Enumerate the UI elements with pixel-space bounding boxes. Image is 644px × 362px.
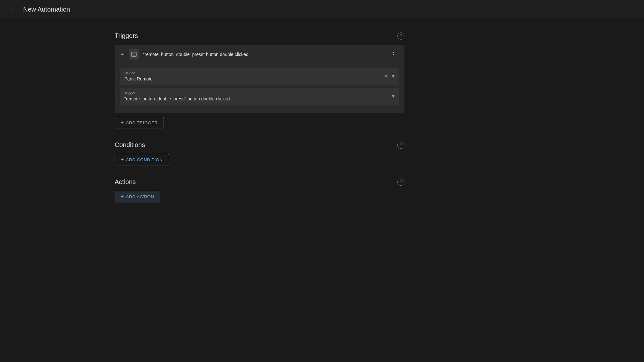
conditions-section: Conditions ? + ADD CONDITION [115, 141, 404, 165]
trigger-dropdown-arrow[interactable]: ▼ [391, 94, 395, 99]
device-field[interactable]: Device Panic Remote ✕ ▼ [120, 68, 399, 85]
triggers-section-header: Triggers ? [115, 32, 404, 40]
main-content: Triggers ? [115, 19, 404, 228]
add-action-label: ADD ACTION [126, 194, 154, 199]
actions-title: Actions [115, 178, 136, 186]
trigger-item-label: "remote_button_double_press" button doub… [143, 52, 388, 57]
triggers-title: Triggers [115, 32, 138, 40]
page-title: New Automation [23, 6, 70, 13]
conditions-title: Conditions [115, 141, 145, 149]
trigger-type-icon [129, 49, 139, 60]
device-field-controls: ✕ ▼ [384, 74, 395, 79]
conditions-help-icon[interactable]: ? [397, 142, 404, 149]
add-condition-plus-icon: + [121, 157, 124, 162]
triggers-help-icon[interactable]: ? [397, 32, 404, 40]
device-clear-button[interactable]: ✕ [384, 74, 388, 79]
svg-rect-0 [132, 52, 137, 56]
trigger-more-button[interactable]: ⋮ [388, 49, 399, 60]
trigger-field-label: Trigger [124, 91, 395, 95]
actions-section: Actions ? + ADD ACTION [115, 178, 404, 202]
trigger-card: "remote_button_double_press" button doub… [115, 45, 404, 113]
trigger-field[interactable]: Trigger "remote_button_double_press" but… [120, 88, 399, 105]
actions-help-icon[interactable]: ? [397, 179, 404, 186]
device-field-value: Panic Remote [124, 76, 395, 81]
trigger-field-value: "remote_button_double_press" button doub… [124, 96, 395, 101]
device-dropdown-arrow[interactable]: ▼ [391, 74, 395, 79]
collapse-icon[interactable] [120, 52, 125, 57]
add-condition-label: ADD CONDITION [126, 157, 163, 162]
app-header: ← New Automation [0, 0, 644, 19]
triggers-section: Triggers ? [115, 32, 404, 128]
add-trigger-button[interactable]: + ADD TRIGGER [115, 117, 164, 128]
trigger-field-controls: ▼ [391, 94, 395, 99]
actions-section-header: Actions ? [115, 178, 404, 186]
device-field-label: Device [124, 71, 395, 75]
back-button[interactable]: ← [6, 4, 18, 15]
conditions-section-header: Conditions ? [115, 141, 404, 149]
add-action-button[interactable]: + ADD ACTION [115, 191, 160, 202]
add-trigger-label: ADD TRIGGER [126, 120, 158, 125]
trigger-card-header[interactable]: "remote_button_double_press" button doub… [115, 45, 404, 64]
add-action-plus-icon: + [121, 194, 124, 200]
add-trigger-plus-icon: + [121, 120, 124, 125]
trigger-card-body: Device Panic Remote ✕ ▼ Trigger "remote_… [115, 64, 404, 113]
svg-point-4 [133, 55, 134, 56]
add-condition-button[interactable]: + ADD CONDITION [115, 154, 169, 165]
